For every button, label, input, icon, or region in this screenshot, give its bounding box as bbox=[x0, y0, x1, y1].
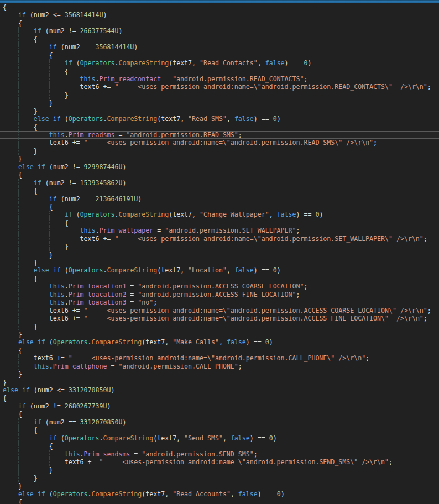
code-line[interactable]: } bbox=[3, 259, 439, 266]
code-line[interactable]: text6 += " <uses-permission android:name… bbox=[3, 83, 439, 91]
code-line[interactable]: } bbox=[3, 251, 439, 259]
code-line[interactable]: text6 += " <uses-permission android:name… bbox=[3, 307, 439, 314]
code-token: "android.permission.SET_WALLPAPER" bbox=[165, 227, 296, 234]
code-line[interactable]: { bbox=[3, 19, 439, 27]
code-token: = bbox=[126, 298, 138, 306]
code-token: " <uses-permission android:name=\"androi… bbox=[84, 139, 374, 146]
code-line[interactable]: } bbox=[3, 243, 439, 250]
code-line[interactable]: else if (Operators.CompareString(text7, … bbox=[3, 266, 439, 274]
code-token: ; bbox=[365, 354, 369, 362]
code-line[interactable]: if (num2 != 1539345862U) bbox=[3, 179, 439, 187]
code-token: ( bbox=[61, 115, 69, 123]
code-token: (text7, bbox=[157, 266, 188, 274]
code-line[interactable]: if (Operators.CompareString(text7, "Send… bbox=[3, 434, 439, 442]
code-line[interactable]: } bbox=[3, 107, 439, 115]
code-line[interactable]: { bbox=[3, 171, 439, 179]
code-line[interactable]: if (num2 != 2680267739U) bbox=[3, 402, 439, 410]
code-line[interactable]: } bbox=[3, 147, 439, 155]
code-line[interactable]: else if (Operators.CompareString(text7, … bbox=[3, 490, 439, 498]
code-line[interactable]: { bbox=[3, 219, 439, 227]
code-token: . bbox=[100, 434, 103, 442]
code-line[interactable]: { bbox=[3, 123, 439, 131]
code-token: Prim_loacation3 bbox=[69, 298, 127, 306]
code-line[interactable]: { bbox=[3, 187, 439, 195]
code-line[interactable]: } bbox=[3, 330, 439, 338]
code-line[interactable]: if (Operators.CompareString(text7, "Read… bbox=[3, 59, 439, 67]
code-line[interactable]: this.Prim_callphone = "android.permissio… bbox=[3, 363, 439, 370]
code-line[interactable]: } bbox=[3, 379, 439, 386]
code-line[interactable]: } bbox=[3, 482, 439, 490]
code-token bbox=[3, 298, 49, 306]
code-token: . bbox=[88, 338, 92, 346]
code-token: this bbox=[80, 227, 96, 234]
code-line[interactable]: } bbox=[3, 370, 439, 378]
code-token: } bbox=[3, 323, 38, 330]
code-line[interactable]: { bbox=[3, 35, 439, 43]
code-line-current[interactable]: this.Prim_readsms = "android.permission.… bbox=[3, 131, 439, 139]
code-line[interactable]: this.Prim_readcontact = "android.permiss… bbox=[3, 75, 439, 83]
code-token: . bbox=[65, 298, 69, 306]
code-line[interactable]: { bbox=[3, 67, 439, 75]
code-line[interactable]: { bbox=[3, 410, 439, 418]
code-token: = bbox=[153, 227, 165, 234]
code-line[interactable]: { bbox=[3, 347, 439, 354]
code-line[interactable]: this.Prim_loacation2 = "android.permissi… bbox=[3, 291, 439, 298]
code-token: } bbox=[3, 99, 53, 107]
code-line[interactable]: if (num2 <= 356814414U) bbox=[3, 11, 439, 19]
code-line[interactable]: { bbox=[3, 51, 439, 59]
code-token: "android.permission.READ_CONTACTS" bbox=[173, 75, 304, 83]
code-line[interactable]: else if (Operators.CompareString(text7, … bbox=[3, 115, 439, 123]
code-line[interactable]: { bbox=[3, 3, 439, 11]
code-line[interactable]: } bbox=[3, 474, 439, 482]
code-line[interactable]: if (num2 == 356814414U) bbox=[3, 43, 439, 51]
code-line[interactable]: if (Operators.CompareString(text7, "Chan… bbox=[3, 211, 439, 218]
code-line[interactable]: } bbox=[3, 323, 439, 330]
code-line[interactable]: text6 += " <uses-permission android:name… bbox=[3, 458, 439, 466]
code-token: . bbox=[88, 490, 92, 498]
code-line[interactable]: } bbox=[3, 155, 439, 162]
code-line[interactable]: else if (num2 <= 3312070850U) bbox=[3, 386, 439, 394]
code-token bbox=[3, 291, 49, 298]
code-token: if bbox=[38, 163, 45, 171]
code-token: text6 += bbox=[3, 235, 114, 243]
code-line[interactable]: { bbox=[3, 498, 439, 504]
code-editor-window: { if (num2 <= 356814414U) { if (num2 != … bbox=[0, 0, 439, 504]
code-token bbox=[3, 266, 34, 274]
code-line[interactable]: text6 += " <uses-permission android:name… bbox=[3, 314, 439, 322]
code-line[interactable]: this.Prim_wallpaper = "android.permissio… bbox=[3, 227, 439, 234]
code-token: } bbox=[3, 243, 69, 250]
code-token: "android.permission.CALL_PHONE" bbox=[118, 363, 238, 370]
code-line[interactable]: { bbox=[3, 275, 439, 282]
code-line[interactable]: text6 += " <uses-permission android:name… bbox=[3, 235, 439, 243]
code-line[interactable]: { bbox=[3, 394, 439, 402]
code-token: Prim_readcontact bbox=[100, 75, 161, 83]
code-line[interactable]: text6 += " <uses-permission android:name… bbox=[3, 354, 439, 362]
code-token: . bbox=[80, 450, 84, 458]
code-line[interactable]: } bbox=[3, 466, 439, 474]
code-line[interactable]: } bbox=[3, 91, 439, 99]
code-line[interactable]: else if (Operators.CompareString(text7, … bbox=[3, 338, 439, 346]
code-token: . bbox=[65, 131, 69, 139]
code-line[interactable]: { bbox=[3, 203, 439, 211]
code-line[interactable]: this.Prim_loacation1 = "android.permissi… bbox=[3, 282, 439, 290]
code-line[interactable]: this.Prim_sendsms = "android.permission.… bbox=[3, 450, 439, 458]
code-token: } bbox=[3, 251, 53, 259]
code-token: ) bbox=[118, 27, 122, 35]
code-token: ( bbox=[45, 338, 53, 346]
code-token: if bbox=[34, 179, 41, 187]
code-token: text6 += bbox=[3, 83, 114, 91]
code-token: if bbox=[65, 59, 72, 67]
code-token: false bbox=[234, 115, 254, 123]
code-line[interactable]: if (num2 == 2136646191U) bbox=[3, 195, 439, 203]
code-line[interactable]: if (num2 != 266377544U) bbox=[3, 27, 439, 35]
code-token: . bbox=[103, 115, 107, 123]
code-token: this bbox=[49, 131, 65, 139]
code-line[interactable]: this.Prim_loacation3 = "no"; bbox=[3, 298, 439, 306]
code-line[interactable]: text6 += " <uses-permission android:name… bbox=[3, 139, 439, 146]
code-line[interactable]: if (num2 == 3312070850U) bbox=[3, 418, 439, 426]
code-line[interactable]: } bbox=[3, 99, 439, 107]
code-line[interactable]: { bbox=[3, 426, 439, 434]
code-line[interactable]: { bbox=[3, 442, 439, 450]
code-line[interactable]: else if (num2 != 929987446U) bbox=[3, 163, 439, 171]
code-area[interactable]: { if (num2 <= 356814414U) { if (num2 != … bbox=[0, 3, 439, 504]
